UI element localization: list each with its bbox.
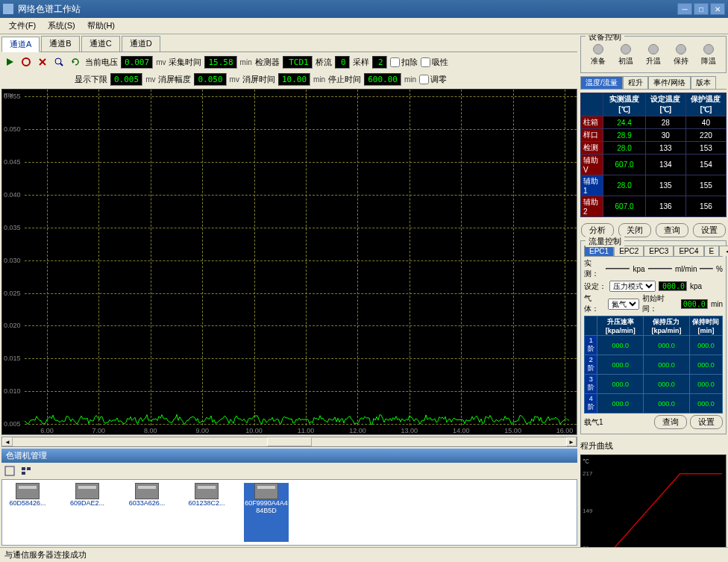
flow-cell[interactable]: 000.0 [644, 336, 690, 355]
stop-icon[interactable] [36, 55, 49, 69]
temp-cell: 153 [685, 142, 726, 154]
flow-gas-select[interactable]: 氮气 [608, 299, 639, 310]
file-label: 601238C2... [188, 499, 225, 507]
svg-rect-8 [22, 467, 25, 470]
scroll-thumb[interactable] [267, 437, 312, 446]
tab-channel-a[interactable]: 通道A [1, 37, 40, 52]
refresh-icon[interactable] [69, 55, 82, 69]
led-icon [648, 44, 659, 54]
chart-scrollbar[interactable]: ◄ ► [1, 437, 577, 447]
file-item[interactable]: 609DAE2... [65, 483, 110, 542]
main-chart[interactable]: mv 0.0050.0100.0150.0200.0250.0300.0350.… [1, 89, 577, 435]
flow-cell[interactable]: 000.0 [597, 355, 644, 375]
tab-prog[interactable]: 程升 [623, 76, 648, 89]
spectro-list-icon[interactable] [19, 464, 33, 478]
detector-value: TCD1 [283, 56, 313, 69]
temp-row-label: 辅助2 [581, 196, 603, 217]
flow-mode-select[interactable]: 压力模式 [609, 281, 656, 292]
flow-tab-EPC2[interactable]: EPC2 [614, 246, 644, 256]
flow-real-kpa [606, 268, 630, 269]
menu-system[interactable]: 系统(S) [42, 19, 81, 33]
flow-cell[interactable]: 000.0 [597, 394, 644, 413]
spectro-view-icon[interactable] [3, 464, 16, 478]
tab-temp-flow[interactable]: 温度/流量 [580, 76, 623, 89]
svg-point-1 [22, 58, 30, 66]
flow-init-time[interactable]: 000.0 [681, 299, 708, 309]
flow-cell[interactable]: 000.0 [644, 394, 690, 413]
flow-cell[interactable]: 000.0 [644, 375, 690, 394]
play-icon[interactable] [3, 55, 16, 69]
flow-cell[interactable]: 000.0 [689, 375, 722, 394]
flow-tab-EPC3[interactable]: EPC3 [644, 246, 674, 256]
tab-channel-d[interactable]: 通道D [122, 36, 160, 51]
x-tick: 7.00 [92, 427, 106, 434]
temp-cell: 28.0 [603, 175, 645, 196]
maximize-button[interactable]: □ [694, 3, 709, 15]
temp-cell: 24.4 [603, 116, 645, 129]
flow-cell[interactable]: 000.0 [644, 355, 690, 375]
menu-file[interactable]: 文件(F) [3, 19, 42, 33]
temp-设置-button[interactable]: 设置 [693, 223, 726, 237]
svg-rect-7 [5, 466, 14, 475]
record-icon[interactable] [19, 55, 33, 69]
minimize-button[interactable]: ─ [677, 3, 692, 15]
flow-tab-EPC4[interactable]: EPC4 [674, 246, 703, 256]
tab-channel-c[interactable]: 通道C [81, 36, 120, 51]
polarity-checkbox[interactable]: 吸性 [421, 57, 448, 68]
flow-tab-E[interactable]: E [704, 246, 720, 256]
flow-cell[interactable]: 000.0 [689, 336, 722, 355]
flow-real-mlmin [648, 268, 673, 269]
flow-tab-prev[interactable]: ◄ [719, 246, 728, 256]
prog-curve-title: 程升曲线 [580, 440, 727, 452]
temp-row-label: 样口 [581, 129, 603, 142]
temp-查询-button[interactable]: 查询 [656, 223, 688, 237]
temp-table: 实测温度 [℃]设定温度 [℃]保护温度 [℃]柱箱24.42840样口28.9… [580, 93, 727, 217]
file-item[interactable]: 6033A626... [125, 483, 169, 542]
flow-query-button[interactable]: 查询 [654, 415, 687, 429]
stop-time-value[interactable]: 600.00 [364, 73, 401, 86]
temp-cell: 136 [645, 196, 685, 217]
acq-time-value: 15.58 [204, 56, 236, 69]
file-item[interactable]: 60D58426... [5, 483, 50, 542]
tab-channel-b[interactable]: 通道B [41, 36, 79, 51]
stop-time-label: 停止时间 [328, 74, 361, 85]
flow-cell[interactable]: 000.0 [689, 355, 722, 375]
trim-time-value[interactable]: 10.00 [278, 73, 310, 86]
flow-cell[interactable]: 000.0 [597, 375, 644, 394]
menu-help[interactable]: 帮助(H) [81, 19, 121, 33]
tab-version[interactable]: 版本 [691, 76, 716, 89]
close-button[interactable]: ✕ [710, 3, 725, 15]
flow-table: 升压速率 [kpa/min]保持压力 [kpa/min]保持时间 [min]1 … [584, 316, 723, 413]
flow-set-button[interactable]: 设置 [690, 415, 723, 429]
x-tick: 12.00 [349, 427, 366, 434]
led-label: 降温 [701, 56, 716, 66]
zero-checkbox[interactable]: 调零 [419, 74, 447, 85]
zoom-icon[interactable] [52, 55, 66, 69]
file-item[interactable]: 60F9990A4A484B5D [244, 483, 289, 542]
temp-header: 保护温度 [℃] [685, 93, 726, 116]
sample-value: 2 [372, 56, 387, 69]
temp-cell: 607.0 [603, 154, 645, 175]
chart-signal [25, 403, 569, 425]
deduct-checkbox[interactable]: 扣除 [390, 57, 418, 68]
carrier-label: 载气1 [584, 417, 603, 428]
svg-rect-10 [22, 472, 25, 475]
tab-events[interactable]: 事件/网络 [648, 76, 691, 89]
flow-set-value[interactable]: 000.0 [659, 281, 687, 291]
scroll-right-icon[interactable]: ► [566, 437, 577, 446]
file-item[interactable]: 601238C2... [184, 483, 229, 542]
flow-cell[interactable]: 000.0 [689, 394, 722, 413]
flow-stage: 3 阶 [585, 375, 597, 394]
temp-cell: 134 [645, 154, 685, 175]
flow-tab-EPC1[interactable]: EPC1 [584, 246, 614, 256]
show-lower-value[interactable]: 0.005 [110, 73, 142, 86]
flow-cell[interactable]: 000.0 [597, 336, 644, 355]
led-icon [703, 44, 714, 54]
flow-real-label: 实测： [584, 258, 603, 279]
trim-amp-value[interactable]: 0.050 [194, 73, 226, 86]
led-icon [593, 44, 603, 54]
x-tick: 11.00 [298, 427, 315, 434]
min-unit: min [240, 58, 252, 66]
channel-tabs: 通道A 通道B 通道C 通道D [1, 36, 577, 52]
scroll-left-icon[interactable]: ◄ [2, 437, 13, 446]
